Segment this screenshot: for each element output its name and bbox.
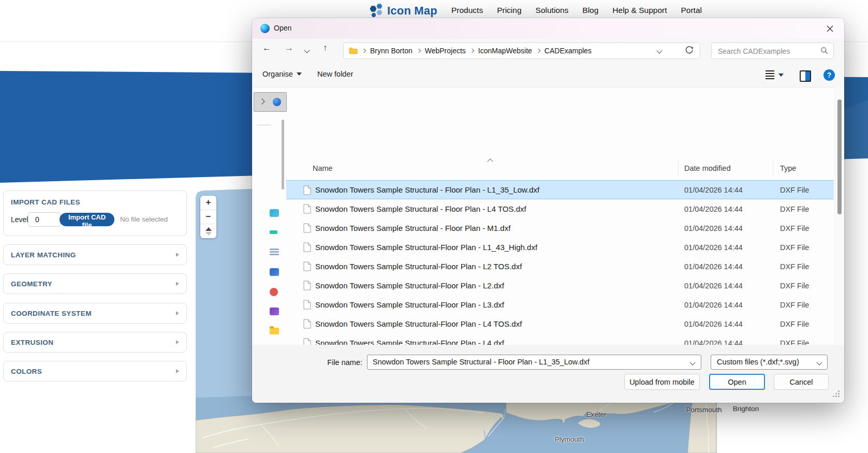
file-name: Snowdon Towers Sample Structural-Floor P… — [315, 281, 504, 290]
file-name: Snowdon Towers Sample Structural - Floor… — [315, 204, 526, 213]
file-date-modified: 01/04/2026 14:44 — [684, 301, 743, 309]
sort-ascending-icon — [487, 158, 493, 164]
back-button[interactable]: ← — [262, 43, 271, 53]
nav-link-help-support[interactable]: Help & Support — [612, 6, 667, 15]
preview-pane-icon[interactable] — [800, 70, 811, 82]
zoom-in-button[interactable]: + — [200, 196, 216, 210]
file-type: DXF File — [780, 205, 809, 213]
document-icon — [303, 185, 311, 197]
nav-link-portal[interactable]: Portal — [681, 6, 702, 15]
nav-link-blog[interactable]: Blog — [582, 6, 598, 15]
logo-text: Icon Map — [387, 4, 437, 18]
tree-item-dash-icon[interactable] — [270, 230, 277, 234]
search-input[interactable] — [717, 45, 817, 58]
vertical-scrollbar-track[interactable] — [835, 87, 844, 344]
tree-item-circle-icon[interactable] — [270, 288, 278, 296]
folder-icon — [349, 47, 358, 54]
file-name: Snowdon Towers Sample Structural - Floor… — [315, 224, 510, 232]
file-date-modified: 01/04/2026 14:44 — [684, 262, 743, 271]
file-type-filter-dropdown[interactable]: Custom files (*.dxf;*.svg) — [711, 355, 828, 370]
tree-item-square-icon[interactable] — [270, 209, 279, 217]
dialog-main-panel: Name Date modified Type Snowdon Towers S… — [252, 87, 844, 345]
cancel-button[interactable]: Cancel — [774, 374, 829, 390]
tilt-control-button[interactable] — [200, 224, 216, 238]
tree-item-lines-icon[interactable] — [270, 249, 279, 256]
document-icon — [303, 204, 311, 215]
file-type-dropdown-icon[interactable] — [816, 359, 822, 365]
search-box[interactable] — [711, 42, 834, 59]
tree-selected-item[interactable] — [254, 92, 287, 112]
file-date-modified: 01/04/2026 14:44 — [684, 243, 743, 252]
file-row[interactable]: Snowdon Towers Sample Structural-Floor P… — [286, 295, 834, 314]
file-row[interactable]: Snowdon Towers Sample Structural-Floor P… — [286, 314, 834, 333]
file-name: Snowdon Towers Sample Structural-Floor P… — [315, 262, 522, 271]
section-layer-matching[interactable]: LAYER MATCHING — [3, 244, 187, 265]
nav-link-products[interactable]: Products — [451, 6, 483, 15]
no-file-selected-text: No file selected — [120, 215, 168, 223]
file-row[interactable]: Snowdon Towers Sample Structural-Floor P… — [286, 238, 834, 257]
recent-locations-icon[interactable] — [304, 47, 310, 53]
file-row[interactable]: Snowdon Towers Sample Structural - Floor… — [286, 218, 834, 238]
file-row[interactable]: Snowdon Towers Sample Structural - Floor… — [286, 180, 834, 199]
file-date-modified: 01/04/2026 14:44 — [684, 282, 743, 290]
zoom-out-button[interactable]: − — [200, 210, 216, 224]
open-file-dialog: Open ← → ↑ Brynn BortonWebProjectsIconMa… — [252, 18, 844, 403]
dialog-title: Open — [274, 24, 291, 32]
column-header-type[interactable]: Type — [780, 164, 796, 172]
logo[interactable]: Icon Map — [369, 3, 437, 19]
tree-item-square-icon[interactable] — [270, 308, 279, 315]
view-mode-button[interactable] — [766, 70, 784, 79]
section-colors[interactable]: COLORS — [3, 361, 187, 382]
open-button[interactable]: Open — [709, 374, 765, 390]
document-icon — [303, 281, 311, 292]
help-button[interactable]: ? — [823, 69, 835, 81]
section-extrusion[interactable]: EXTRUSION — [3, 332, 187, 353]
organise-button[interactable]: Organise — [262, 70, 302, 78]
dialog-footer: File name: Snowdon Towers Sample Structu… — [252, 345, 844, 403]
breadcrumb-separator-icon — [536, 49, 540, 53]
file-name-value: Snowdon Towers Sample Structural - Floor… — [373, 358, 590, 366]
file-name-dropdown-icon[interactable] — [689, 359, 695, 365]
new-folder-button[interactable]: New folder — [317, 70, 353, 78]
breadcrumb-item-webprojects[interactable]: WebProjects — [425, 47, 466, 55]
tilt-down-icon — [205, 232, 212, 236]
column-header-name[interactable]: Name — [313, 164, 333, 172]
file-row[interactable]: Snowdon Towers Sample Structural-Floor P… — [286, 257, 834, 276]
import-cad-file-button[interactable]: Import CAD file — [60, 213, 114, 226]
up-button[interactable]: ↑ — [323, 43, 328, 53]
breadcrumb-separator-icon — [470, 49, 474, 53]
file-row[interactable]: Snowdon Towers Sample Structural-Floor P… — [286, 276, 834, 295]
vertical-scrollbar-thumb[interactable] — [837, 99, 842, 214]
forward-button[interactable]: → — [285, 43, 293, 53]
upload-from-mobile-button[interactable]: Upload from mobile — [624, 374, 700, 390]
section-coordinate-system[interactable]: COORDINATE SYSTEM — [3, 303, 187, 324]
file-type: DXF File — [780, 224, 809, 232]
level-input[interactable] — [28, 212, 61, 227]
document-icon — [303, 319, 311, 330]
breadcrumb-item-cadexamples[interactable]: CADExamples — [545, 47, 592, 55]
dialog-titlebar[interactable]: Open — [252, 18, 844, 39]
file-date-modified: 01/04/2026 14:44 — [684, 320, 743, 328]
icon-map-logo-icon — [369, 3, 383, 19]
file-name-combobox[interactable]: Snowdon Towers Sample Structural - Floor… — [367, 355, 701, 370]
search-icon[interactable] — [820, 47, 829, 56]
breadcrumb-item-brynn-borton[interactable]: Brynn Borton — [370, 47, 413, 55]
tree-scrollbar[interactable] — [282, 120, 284, 189]
close-icon — [827, 25, 833, 32]
tree-expand-icon — [259, 98, 264, 104]
tree-item-folder-icon[interactable] — [270, 328, 279, 334]
resize-grip-icon[interactable] — [833, 390, 841, 399]
refresh-icon[interactable] — [685, 46, 694, 56]
file-row[interactable]: Snowdon Towers Sample Structural - Floor… — [286, 199, 834, 218]
breadcrumb-item-iconmapwebsite[interactable]: IconMapWebsite — [478, 47, 532, 55]
nav-link-pricing[interactable]: Pricing — [497, 6, 521, 15]
breadcrumb-bar[interactable]: Brynn BortonWebProjectsIconMapWebsiteCAD… — [343, 42, 700, 59]
site-nav: ProductsPricingSolutionsBlogHelp & Suppo… — [451, 6, 702, 15]
close-button[interactable] — [819, 21, 840, 36]
section-geometry[interactable]: GEOMETRY — [3, 273, 187, 294]
tree-item-square-icon[interactable] — [270, 268, 279, 276]
nav-link-solutions[interactable]: Solutions — [536, 6, 569, 15]
file-type: DXF File — [780, 186, 809, 194]
file-date-modified: 01/04/2026 14:44 — [684, 205, 743, 213]
column-header-date-modified[interactable]: Date modified — [684, 164, 730, 172]
